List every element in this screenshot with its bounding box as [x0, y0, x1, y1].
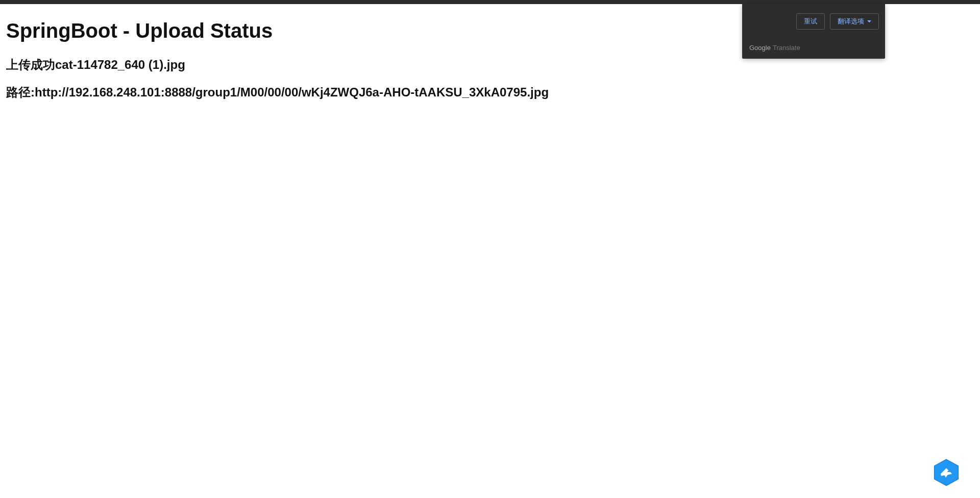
google-translate-popup: 重试 翻译选项 Google Translate [742, 4, 885, 59]
bird-hexagon-icon [932, 458, 961, 487]
upload-status-text: 上传成功cat-114782_640 (1).jpg [6, 57, 974, 73]
google-logo-text: Google [749, 44, 771, 52]
translate-branding: Google Translate [748, 44, 879, 52]
chevron-down-icon [867, 20, 871, 22]
translate-button-row: 重试 翻译选项 [748, 13, 879, 30]
upload-path-text: 路径:http://192.168.248.101:8888/group1/M0… [6, 84, 974, 101]
floating-assistant-badge[interactable] [932, 458, 961, 487]
translate-retry-button[interactable]: 重试 [796, 13, 825, 30]
translate-retry-label: 重试 [804, 17, 817, 26]
translate-options-label: 翻译选项 [838, 17, 864, 26]
translate-label-text: Translate [773, 44, 800, 52]
translate-options-button[interactable]: 翻译选项 [830, 13, 879, 30]
browser-chrome-strip [0, 0, 980, 4]
